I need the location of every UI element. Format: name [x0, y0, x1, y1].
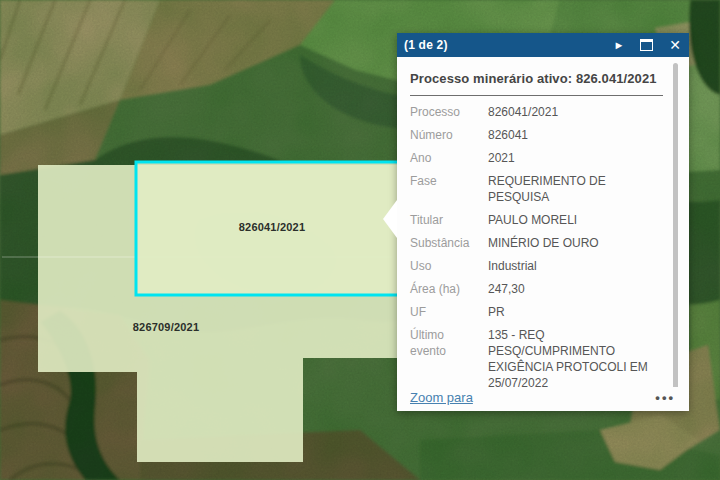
- field-label: Ano: [410, 150, 488, 166]
- field-label: Titular: [410, 212, 488, 228]
- field-label: UF: [410, 304, 488, 320]
- field-row-uso: Uso Industrial: [410, 258, 663, 274]
- field-label: Substância: [410, 235, 488, 251]
- field-value: PAULO MORELI: [488, 212, 663, 228]
- field-label: Uso: [410, 258, 488, 274]
- attribute-table: Processo 826041/2021 Número 826041 Ano 2…: [410, 104, 663, 411]
- popup-scrollbar[interactable]: [673, 63, 678, 405]
- field-row-processo: Processo 826041/2021: [410, 104, 663, 120]
- more-options-icon[interactable]: •••: [655, 393, 675, 403]
- maximize-icon[interactable]: [640, 33, 653, 57]
- field-label: Fase: [410, 173, 488, 189]
- app-window: 826041/2021 826709/2021 (1 de 2) ► ✕ Pro…: [0, 0, 720, 480]
- field-value: MINÉRIO DE OURO: [488, 235, 663, 251]
- popup-pagination: (1 de 2): [404, 38, 448, 52]
- popup-header: (1 de 2) ► ✕: [397, 33, 689, 57]
- next-feature-icon[interactable]: ►: [613, 33, 624, 57]
- popup-title: Processo minerário ativo: 826.041/2021: [410, 66, 663, 86]
- field-value: REQUERIMENTO DE PESQUISA: [488, 173, 663, 205]
- field-row-area: Área (ha) 247,30: [410, 281, 663, 297]
- close-icon[interactable]: ✕: [669, 33, 681, 57]
- field-row-ano: Ano 2021: [410, 150, 663, 166]
- feature-popup: (1 de 2) ► ✕ Processo minerário ativo: 8…: [397, 33, 689, 411]
- field-row-numero: Número 826041: [410, 127, 663, 143]
- field-row-substancia: Substância MINÉRIO DE OURO: [410, 235, 663, 251]
- field-value: Industrial: [488, 258, 663, 274]
- field-row-uf: UF PR: [410, 304, 663, 320]
- field-label: Último evento: [410, 327, 488, 359]
- field-label: Número: [410, 127, 488, 143]
- popup-body: Processo minerário ativo: 826.041/2021 P…: [397, 57, 689, 411]
- field-value: 826041: [488, 127, 663, 143]
- field-value: 247,30: [488, 281, 663, 297]
- field-label: Área (ha): [410, 281, 488, 297]
- field-value: PR: [488, 304, 663, 320]
- field-value: 135 - REQ PESQ/CUMPRIMENTO EXIGÊNCIA PRO…: [488, 327, 663, 391]
- field-row-titular: Titular PAULO MORELI: [410, 212, 663, 228]
- field-value: 2021: [488, 150, 663, 166]
- field-row-fase: Fase REQUERIMENTO DE PESQUISA: [410, 173, 663, 205]
- title-divider: [410, 95, 663, 96]
- field-row-ultimo-evento: Último evento 135 - REQ PESQ/CUMPRIMENTO…: [410, 327, 663, 391]
- field-label: Processo: [410, 104, 488, 120]
- popup-footer: Zoom para •••: [397, 387, 689, 411]
- map-label-826709: 826709/2021: [133, 321, 199, 333]
- zoom-to-link[interactable]: Zoom para: [410, 390, 473, 405]
- map-label-826041: 826041/2021: [239, 221, 305, 233]
- field-value: 826041/2021: [488, 104, 663, 120]
